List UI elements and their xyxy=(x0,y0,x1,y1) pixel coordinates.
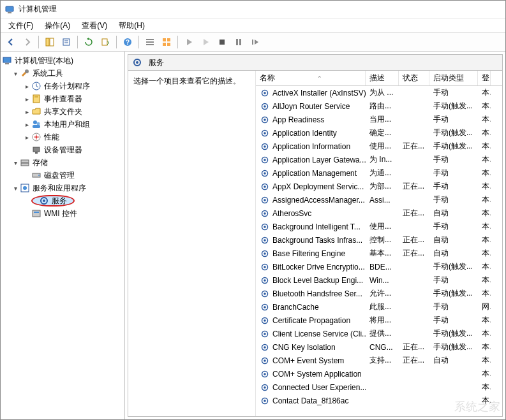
show-hide-tree-button[interactable] xyxy=(42,34,57,50)
list-rows[interactable]: ActiveX Installer (AxInstSV)为从 ...手动本All… xyxy=(256,86,502,416)
service-row[interactable]: ActiveX Installer (AxInstSV)为从 ...手动本 xyxy=(256,86,502,99)
tree-root[interactable]: 计算机管理(本地) xyxy=(1,54,124,67)
help-button[interactable]: ? xyxy=(120,34,135,50)
pause-button[interactable] xyxy=(231,34,246,50)
service-name-cell: Connected User Experien... xyxy=(256,382,366,393)
service-row[interactable]: AssignedAccessManager...Assi...手动本 xyxy=(256,193,502,206)
service-row[interactable]: AtherosSvc正在...自动本 xyxy=(256,206,502,220)
expand-icon[interactable]: ▸ xyxy=(22,108,31,115)
menu-file[interactable]: 文件(F) xyxy=(3,19,38,33)
tree-task-scheduler[interactable]: ▸ 任务计划程序 xyxy=(1,80,124,92)
services-list: 名称⌃ 描述 状态 启动类型 登 ActiveX Installer (AxIn… xyxy=(256,71,502,416)
app-icon xyxy=(4,4,15,15)
refresh-button[interactable] xyxy=(81,34,96,50)
export-button[interactable] xyxy=(98,34,113,50)
start-service-button[interactable] xyxy=(181,34,197,50)
pause-service-button[interactable] xyxy=(198,34,213,50)
service-row[interactable]: Application Management为通...手动本 xyxy=(256,166,502,180)
disk-icon xyxy=(31,170,41,180)
service-row[interactable]: CNG Key IsolationCNG...正在...手动(触发...本 xyxy=(256,340,502,354)
gear-icon xyxy=(260,168,270,178)
list-view-button[interactable] xyxy=(159,34,174,50)
column-description[interactable]: 描述 xyxy=(366,71,399,85)
service-logon-cell: 本 xyxy=(478,221,491,232)
service-row[interactable]: Background Tasks Infras...控制...正在...自动本 xyxy=(256,233,502,247)
service-desc-cell: 当用... xyxy=(366,114,399,125)
forward-button[interactable] xyxy=(20,34,35,50)
service-startup-cell: 手动(触发... xyxy=(429,328,478,339)
restart-service-button[interactable] xyxy=(248,34,263,50)
tree-system-tools[interactable]: ▾ 系统工具 xyxy=(1,67,124,80)
back-button[interactable] xyxy=(3,34,19,50)
service-row[interactable]: Application Identity确定...手动(触发...本 xyxy=(256,126,502,140)
tree-performance[interactable]: ▸ 性能 xyxy=(1,131,124,143)
tools-icon xyxy=(20,68,30,78)
column-startup-type[interactable]: 启动类型 xyxy=(429,71,478,85)
column-status[interactable]: 状态 xyxy=(399,71,429,85)
tree-services[interactable]: 服务 xyxy=(1,194,124,207)
svg-point-91 xyxy=(264,386,266,389)
service-row[interactable]: COM+ Event System支持...正在...自动本 xyxy=(256,354,502,367)
service-row[interactable]: AllJoyn Router Service路由...手动(触发...本 xyxy=(256,99,502,113)
service-row[interactable]: Connected User Experien...本 xyxy=(256,380,502,394)
tree-local-users[interactable]: ▸ 本地用户和组 xyxy=(1,118,124,131)
tree-label: 计算机管理(本地) xyxy=(15,55,73,66)
service-row[interactable]: BitLocker Drive Encryptio...BDE...手动(触发.… xyxy=(256,260,502,273)
service-startup-cell: 手动(触发... xyxy=(429,127,478,138)
tree-wmi[interactable]: WMI 控件 xyxy=(1,207,124,220)
expand-icon[interactable]: ▸ xyxy=(22,121,31,128)
service-name: AllJoyn Router Service xyxy=(272,102,350,111)
service-name: Application Layer Gatewa... xyxy=(272,156,366,164)
service-name: Contact Data_8f186ac xyxy=(272,396,348,405)
svg-rect-35 xyxy=(21,163,29,166)
details-view-button[interactable] xyxy=(142,34,158,50)
service-row[interactable]: Contact Data_8f186ac本 xyxy=(256,394,502,407)
tree-services-apps[interactable]: ▾ 服务和应用程序 xyxy=(1,182,124,194)
service-row[interactable]: Background Intelligent T...使用...手动本 xyxy=(256,220,502,233)
menu-action[interactable]: 操作(A) xyxy=(40,19,75,33)
tree-label: WMI 控件 xyxy=(44,208,77,219)
tree-event-viewer[interactable]: ▸ 事件查看器 xyxy=(1,92,124,105)
service-row[interactable]: Base Filtering Engine基本...正在...自动本 xyxy=(256,247,502,260)
service-logon-cell: 本 xyxy=(478,288,491,299)
service-row[interactable]: COM+ System Application本 xyxy=(256,367,502,380)
service-row[interactable]: Certificate Propagation将用...手动本 xyxy=(256,314,502,327)
svg-point-59 xyxy=(264,172,266,175)
tree-shared-folders[interactable]: ▸ 共享文件夹 xyxy=(1,105,124,118)
service-row[interactable]: Application Layer Gatewa...为 In...手动本 xyxy=(256,153,502,166)
expand-icon[interactable]: ▸ xyxy=(22,134,31,141)
service-row[interactable]: App Readiness当用...手动本 xyxy=(256,113,502,126)
navigation-tree[interactable]: 计算机管理(本地) ▾ 系统工具 ▸ 任务计划程序 ▸ 事件查看器 ▸ 共享文件… xyxy=(1,52,125,419)
menu-help[interactable]: 帮助(H) xyxy=(114,19,150,33)
service-status-cell: 正在... xyxy=(399,181,429,192)
column-logon[interactable]: 登 xyxy=(478,71,491,85)
service-row[interactable]: AppX Deployment Servic...为部...正在...手动本 xyxy=(256,180,502,193)
collapse-icon[interactable]: ▾ xyxy=(11,185,20,192)
gear-icon xyxy=(260,262,270,272)
service-status-cell: 正在... xyxy=(399,248,429,259)
service-name-cell: Block Level Backup Engi... xyxy=(256,275,366,286)
tree-disk-management[interactable]: 磁盘管理 xyxy=(1,169,124,182)
tree-storage[interactable]: ▾ 存储 xyxy=(1,156,124,169)
service-row[interactable]: Block Level Backup Engi...Win...手动本 xyxy=(256,273,502,287)
svg-point-85 xyxy=(264,346,266,349)
service-row[interactable]: BranchCache此服...手动网 xyxy=(256,300,502,314)
service-row[interactable]: Client License Service (Cli...提供...手动(触发… xyxy=(256,327,502,340)
tree-device-manager[interactable]: 设备管理器 xyxy=(1,143,124,156)
toolbar-separator xyxy=(138,36,139,48)
service-name: App Readiness xyxy=(272,115,324,124)
collapse-icon[interactable]: ▾ xyxy=(11,70,20,77)
expand-icon[interactable]: ▸ xyxy=(22,83,31,90)
tree-label: 共享文件夹 xyxy=(44,106,82,117)
properties-button[interactable] xyxy=(59,34,74,50)
svg-rect-12 xyxy=(146,44,154,45)
main-area: 计算机管理(本地) ▾ 系统工具 ▸ 任务计划程序 ▸ 事件查看器 ▸ 共享文件… xyxy=(1,52,505,419)
expand-icon[interactable]: ▸ xyxy=(22,96,31,103)
stop-service-button[interactable] xyxy=(214,34,230,50)
service-row[interactable]: Bluetooth Handsfree Ser...允许...手动(触发...本 xyxy=(256,287,502,300)
service-startup-cell: 自动 xyxy=(429,355,478,366)
menu-view[interactable]: 查看(V) xyxy=(77,19,112,33)
collapse-icon[interactable]: ▾ xyxy=(11,159,20,166)
service-row[interactable]: Application Information使用...正在...手动(触发..… xyxy=(256,140,502,153)
column-name[interactable]: 名称⌃ xyxy=(256,71,366,85)
